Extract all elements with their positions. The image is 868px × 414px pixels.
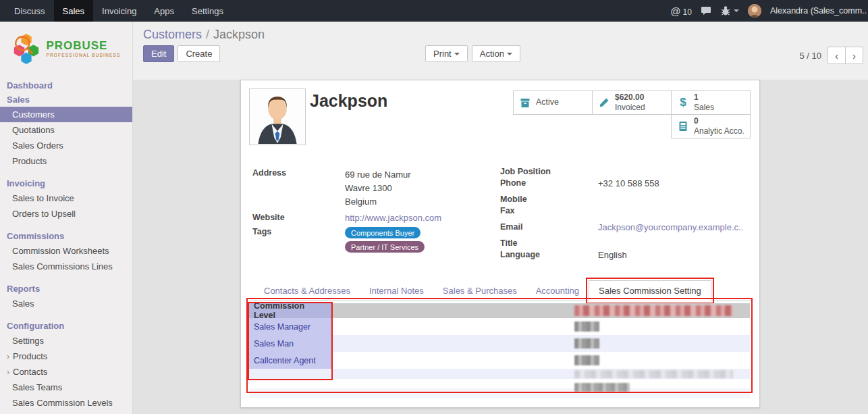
sidebar-item-products[interactable]: Products xyxy=(0,153,132,169)
sidebar-heading-configuration[interactable]: Configuration xyxy=(0,319,132,333)
job-position-value[interactable] xyxy=(598,167,753,177)
sidebar-item-reports-sales[interactable]: Sales xyxy=(0,296,132,311)
address-value[interactable]: 69 rue de Namur Wavre 1300 Belgium xyxy=(345,168,497,209)
invoiced-stat-button[interactable]: $620.00 Invoiced xyxy=(592,90,672,115)
archive-icon xyxy=(519,97,531,108)
pencil-icon xyxy=(598,97,610,108)
table-empty-row xyxy=(249,388,750,398)
active-stat-button[interactable]: Active xyxy=(513,90,593,115)
sidebar-heading-dashboard[interactable]: Dashboard xyxy=(0,78,132,93)
stat-label: Sales xyxy=(694,103,714,113)
create-button[interactable]: Create xyxy=(178,45,220,62)
sidebar-item-sales-orders[interactable]: Sales Orders xyxy=(0,138,132,153)
sidebar-item-commission-worksheets[interactable]: Commission Worksheets xyxy=(0,243,132,259)
email-link[interactable]: Jackpson@yourcompany.example.c.. xyxy=(598,222,753,232)
language-label: Language xyxy=(500,250,598,260)
logo-title: PROBUSE xyxy=(46,40,120,51)
print-button-label: Print xyxy=(433,49,452,59)
chevron-right-icon: › xyxy=(7,352,9,361)
chevron-down-icon xyxy=(507,53,512,55)
sidebar-item-sales-to-invoice[interactable]: Sales to Invoice xyxy=(0,190,132,206)
redacted-cell-block xyxy=(574,383,630,392)
top-navbar: Discuss Sales Invoicing Apps Settings @ … xyxy=(0,0,868,22)
pager-next-button[interactable]: › xyxy=(845,47,863,64)
tab-accounting[interactable]: Accounting xyxy=(526,281,589,301)
probuse-logo[interactable]: PROBUSE PROFESSIONAL BUSINESS xyxy=(0,22,132,78)
at-icon: @ xyxy=(670,5,680,17)
sidebar-item-settings[interactable]: Settings xyxy=(0,333,132,348)
tab-sales-commission-setting[interactable]: Sales Commission Setting xyxy=(589,280,711,301)
commission-level-table: Commission Level Sales Manager Sales Man… xyxy=(249,303,750,398)
sidebar-item-sales-commission-levels[interactable]: Sales Commission Levels xyxy=(0,395,132,411)
menu-sales[interactable]: Sales xyxy=(54,0,94,22)
stat-value: $620.00 xyxy=(615,93,645,103)
messages-icon[interactable] xyxy=(701,5,711,16)
sidebar-heading-reports[interactable]: Reports xyxy=(0,282,132,296)
form-buttons: Edit Create xyxy=(143,45,220,62)
analytic-stat-button[interactable]: 0 Analytic Acco... xyxy=(671,114,751,138)
sidebar-item-sales-commissions-lines[interactable]: Sales Commissions Lines xyxy=(0,259,132,274)
redacted-cell-block xyxy=(574,338,599,348)
fax-label: Fax xyxy=(500,206,598,216)
sidebar-item-config-contacts[interactable]: ›Contacts xyxy=(0,364,132,380)
customer-photo[interactable] xyxy=(249,88,306,145)
stat-label: Analytic Acco... xyxy=(694,126,744,136)
tag-components-buyer[interactable]: Components Buyer xyxy=(345,227,421,238)
commission-level-cell[interactable]: Sales Manager xyxy=(249,318,331,335)
systray: @ 10 Alexandra (Sales_comm.. xyxy=(670,0,868,22)
pager-value: 5 / 10 xyxy=(799,51,821,61)
phone-value[interactable]: +32 10 588 558 xyxy=(598,178,753,188)
address-label: Address xyxy=(252,168,345,209)
tab-contacts-addresses[interactable]: Contacts & Addresses xyxy=(254,281,360,301)
menu-invoicing[interactable]: Invoicing xyxy=(93,0,145,22)
user-avatar[interactable] xyxy=(748,4,761,18)
fields-left-column: Address 69 rue de Namur Wavre 1300 Belgi… xyxy=(252,168,497,259)
tab-internal-notes[interactable]: Internal Notes xyxy=(360,281,433,301)
tag-partner-it-services[interactable]: Partner / IT Services xyxy=(345,241,425,253)
menu-discuss[interactable]: Discuss xyxy=(5,0,54,22)
tags-value: Components Buyer Partner / IT Services xyxy=(345,227,497,255)
sidebar-nav: Dashboard Sales Customers Quotations Sal… xyxy=(0,78,132,411)
sidebar-item-label: Contacts xyxy=(13,367,47,377)
debug-icon[interactable] xyxy=(720,5,739,16)
edit-button[interactable]: Edit xyxy=(143,45,174,62)
column-header-commission-level[interactable]: Commission Level xyxy=(249,303,331,318)
sidebar-item-customers[interactable]: Customers xyxy=(0,107,132,122)
sidebar-item-quotations[interactable]: Quotations xyxy=(0,122,132,138)
mobile-value[interactable] xyxy=(598,195,753,205)
sidebar-heading-commissions[interactable]: Commissions xyxy=(0,229,132,243)
website-link[interactable]: http://www.jackpson.com xyxy=(345,213,497,223)
sidebar-item-label: Products xyxy=(13,351,47,361)
sidebar-item-config-products[interactable]: ›Products xyxy=(0,348,132,364)
commission-level-cell[interactable]: Sales Man xyxy=(249,335,331,352)
sidebar-heading-sales[interactable]: Sales xyxy=(0,93,132,107)
sales-stat-button[interactable]: $ 1 Sales xyxy=(671,90,751,115)
title-value[interactable] xyxy=(598,238,753,249)
redacted-header-block xyxy=(574,305,733,316)
calculator-icon xyxy=(677,121,689,132)
pager-previous-button[interactable]: ‹ xyxy=(828,47,846,64)
print-button[interactable]: Print xyxy=(425,45,468,62)
table-row[interactable]: Sales Man xyxy=(249,335,750,352)
table-row[interactable]: Sales Manager xyxy=(249,318,750,335)
redacted-cell-block xyxy=(574,355,599,365)
sidebar-heading-invoicing[interactable]: Invoicing xyxy=(0,176,132,190)
mention-count: 10 xyxy=(683,7,692,17)
notebook-tabs: Contacts & Addresses Internal Notes Sale… xyxy=(249,280,753,301)
table-row[interactable]: Callcenter Agent xyxy=(249,352,750,369)
fields-right-column: Job Position Phone +32 10 588 558 Mobile… xyxy=(500,167,753,261)
language-value[interactable]: English xyxy=(598,250,753,260)
action-button[interactable]: Action xyxy=(472,45,520,62)
commission-level-cell[interactable]: Callcenter Agent xyxy=(249,352,331,369)
sidebar-item-orders-to-upsell[interactable]: Orders to Upsell xyxy=(0,206,132,222)
redacted-cell-block xyxy=(574,370,733,378)
tab-sales-purchases[interactable]: Sales & Purchases xyxy=(433,281,526,301)
breadcrumb-separator: / xyxy=(206,28,209,41)
breadcrumb-customers-link[interactable]: Customers xyxy=(143,28,202,41)
sidebar-item-sales-teams[interactable]: Sales Teams xyxy=(0,380,132,395)
fax-value[interactable] xyxy=(598,206,753,216)
user-name[interactable]: Alexandra (Sales_comm.. xyxy=(770,6,867,16)
menu-apps[interactable]: Apps xyxy=(145,0,183,22)
menu-settings[interactable]: Settings xyxy=(183,0,232,22)
mention-counter[interactable]: @ 10 xyxy=(670,5,692,17)
